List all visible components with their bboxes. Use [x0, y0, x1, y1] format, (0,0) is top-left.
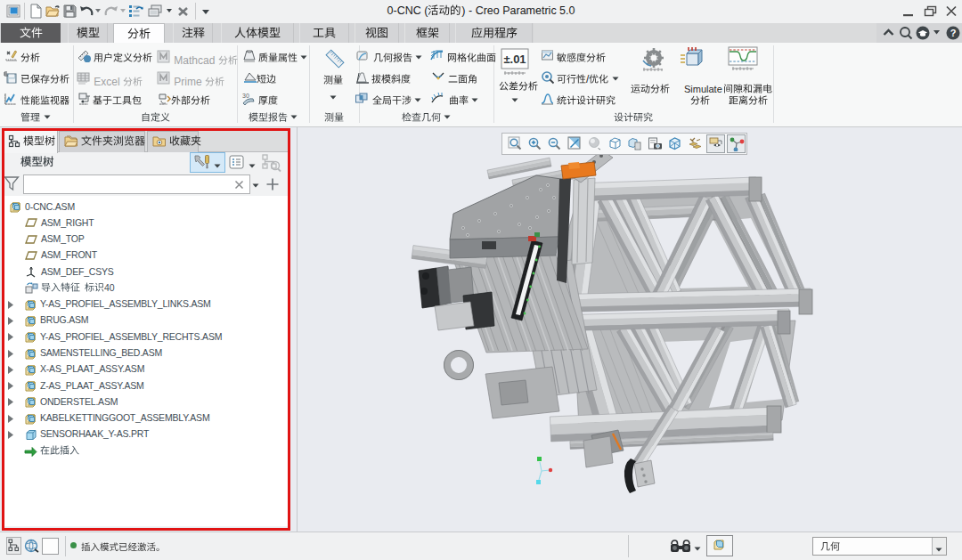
svg-text:?: ? [950, 28, 957, 38]
svg-text:±.01: ±.01 [503, 53, 526, 66]
svg-text:30: 30 [242, 93, 249, 99]
